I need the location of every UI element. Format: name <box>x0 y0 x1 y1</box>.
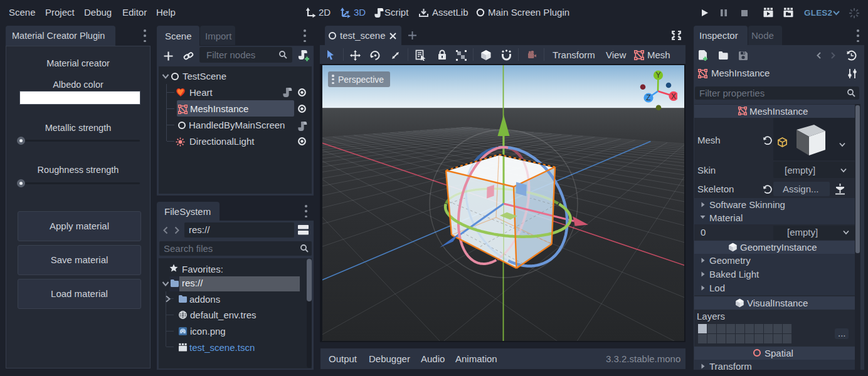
svg-text:Z: Z <box>646 93 650 102</box>
svg-text:X: X <box>671 92 676 101</box>
svg-text:Y: Y <box>655 71 660 80</box>
